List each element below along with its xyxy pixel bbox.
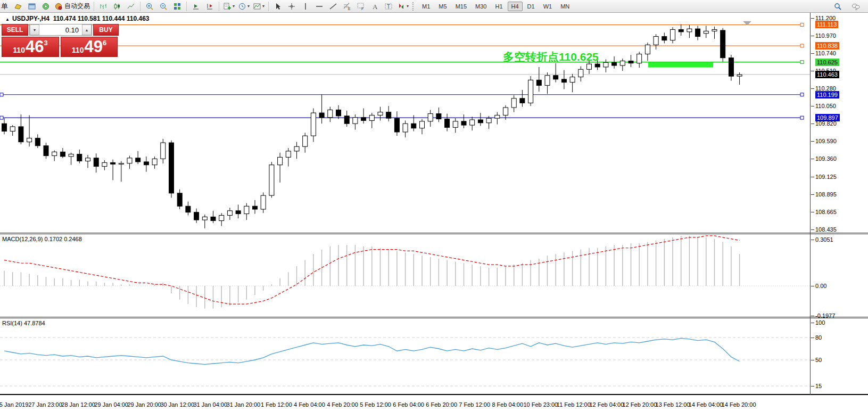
- zoom-in-button[interactable]: [143, 1, 156, 12]
- timeframe-button-m30[interactable]: M30: [472, 2, 490, 11]
- candlestick: [721, 28, 725, 62]
- vertical-line-icon: [301, 2, 310, 11]
- tile-windows-button[interactable]: [170, 1, 184, 12]
- pivot-highlight-rectangle[interactable]: [648, 62, 713, 67]
- grid-button[interactable]: F: [354, 1, 368, 12]
- hline-endpoint-marker[interactable]: [0, 93, 3, 96]
- menu-text[interactable]: 单: [1, 2, 8, 11]
- timeframe-button-d1[interactable]: D1: [524, 2, 539, 11]
- line-chart-icon: [127, 2, 135, 11]
- zoom-out-button[interactable]: [156, 1, 170, 12]
- candlestick: [394, 111, 399, 136]
- candlestick: [169, 141, 174, 198]
- new-order-button[interactable]: [11, 1, 25, 12]
- price-axis-tick: 109.360: [815, 155, 837, 162]
- timeframe-button-m15[interactable]: M15: [452, 2, 470, 11]
- marketwatch-button[interactable]: [25, 1, 39, 12]
- candlestick: [69, 153, 73, 165]
- rsi-line: [4, 338, 740, 364]
- text-label-button[interactable]: T: [382, 1, 395, 12]
- time-axis-label: 12 Feb 04:00: [589, 401, 624, 408]
- dropdown-caret-icon[interactable]: ▾: [262, 4, 264, 9]
- candlestick: [428, 110, 433, 127]
- sell-price-display[interactable]: 110 46 3: [2, 37, 59, 57]
- periods-clock-button[interactable]: ▾: [236, 1, 251, 12]
- hline-endpoint-marker[interactable]: [800, 23, 804, 26]
- hline-endpoint-marker[interactable]: [800, 44, 804, 47]
- buy-price-big-digits: 49: [84, 38, 102, 56]
- time-axis-label: 28 Jan 12:00: [61, 401, 95, 408]
- panel-divider[interactable]: [0, 233, 868, 234]
- toolbar-grip[interactable]: [412, 2, 416, 11]
- timeframe-button-mn[interactable]: MN: [557, 2, 573, 11]
- price-axis[interactable]: 111.200110.970110.740110.510110.280110.0…: [810, 13, 868, 395]
- macd-axis-tick: 0.00: [815, 282, 826, 290]
- sell-button[interactable]: SELL: [2, 24, 28, 36]
- buy-price-display[interactable]: 110 49 6: [61, 37, 118, 57]
- text-button[interactable]: A: [368, 1, 382, 12]
- timeframe-button-m5[interactable]: M5: [435, 2, 450, 11]
- hline-endpoint-marker[interactable]: [800, 61, 804, 64]
- candlestick: [712, 27, 717, 39]
- candlestick: [495, 112, 500, 125]
- dropdown-caret-icon[interactable]: ▾: [233, 4, 235, 9]
- cursor-icon: [274, 2, 282, 11]
- time-axis-label: 29 Jan 04:00: [94, 401, 128, 408]
- rsi-axis-tick: 80: [815, 334, 822, 341]
- hline-endpoint-marker[interactable]: [800, 116, 804, 119]
- toolbar-icon-groups: 自动交易▾▾▾EFAT▾: [11, 1, 410, 12]
- marketwatch-icon: [28, 2, 36, 11]
- volume-input[interactable]: 0.10: [39, 24, 82, 35]
- fibonacci-button[interactable]: E: [340, 1, 354, 12]
- buy-button[interactable]: BUY: [93, 24, 119, 36]
- candlestick: [261, 192, 266, 213]
- volume-decrease-button[interactable]: ▼: [30, 24, 39, 35]
- trendline-button[interactable]: [326, 1, 340, 12]
- horizontal-line-button[interactable]: [312, 1, 326, 12]
- timeframe-button-m1[interactable]: M1: [418, 2, 434, 11]
- volume-increase-button[interactable]: ▲: [82, 24, 92, 35]
- price-axis-tick: 110.740: [815, 50, 836, 57]
- main-price-chart[interactable]: 多空转折点110.625: [0, 13, 810, 233]
- candlestick: [528, 76, 533, 106]
- dropdown-caret-icon[interactable]: ▾: [247, 4, 250, 9]
- time-axis-label: 11 Feb 12:00: [557, 401, 591, 408]
- candlestick: [561, 70, 566, 89]
- line-chart-button[interactable]: [124, 1, 138, 12]
- bar-chart-button[interactable]: [96, 1, 110, 12]
- rsi-indicator-chart[interactable]: [0, 318, 810, 394]
- macd-indicator-chart[interactable]: [0, 234, 810, 317]
- time-axis-label: 4 Feb 04:00: [294, 401, 325, 408]
- bar-chart-icon: [99, 2, 108, 11]
- macd-axis-tick: 0.3051: [815, 236, 833, 243]
- candlestick: [478, 113, 483, 126]
- timeframe-button-w1[interactable]: W1: [540, 2, 556, 11]
- panel-divider[interactable]: [0, 317, 868, 318]
- candlestick: [194, 209, 199, 223]
- zoom-in-icon: [145, 2, 154, 11]
- chat-button[interactable]: [849, 1, 863, 12]
- pivot-annotation-text[interactable]: 多空转折点110.625: [503, 51, 599, 63]
- new-chart-button[interactable]: ▾: [221, 1, 236, 12]
- hline-endpoint-marker[interactable]: [0, 116, 3, 119]
- autotrade-label: 自动交易: [64, 2, 90, 11]
- arrows-button[interactable]: ▾: [395, 1, 410, 12]
- time-axis[interactable]: 25 Jan 201927 Jan 23:0028 Jan 12:0029 Ja…: [0, 395, 868, 411]
- timeframe-button-h4[interactable]: H4: [508, 2, 523, 11]
- cursor-button[interactable]: [271, 1, 285, 12]
- candlestick-chart-button[interactable]: [110, 1, 124, 12]
- toolbar-separator: [268, 2, 269, 11]
- fibonacci-icon: E: [343, 2, 351, 11]
- candlestick: [545, 72, 550, 94]
- autotrade-button[interactable]: 自动交易: [53, 1, 92, 12]
- timeframe-button-h1[interactable]: H1: [491, 2, 506, 11]
- search-button[interactable]: [831, 1, 845, 12]
- dropdown-caret-icon[interactable]: ▾: [407, 4, 409, 9]
- auto-scroll-button[interactable]: [189, 1, 203, 12]
- chart-shift-button[interactable]: [203, 1, 217, 12]
- crosshair-button[interactable]: [285, 1, 299, 12]
- hline-endpoint-marker[interactable]: [800, 93, 804, 96]
- indicators-button[interactable]: ▾: [251, 1, 266, 12]
- navigator-button[interactable]: [39, 1, 53, 12]
- vertical-line-button[interactable]: [299, 1, 312, 12]
